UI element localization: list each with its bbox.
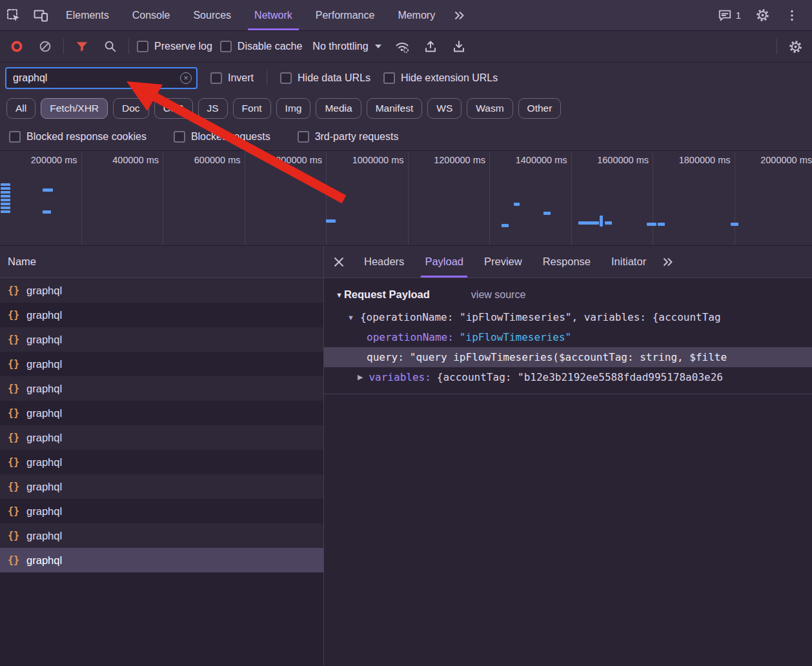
request-list: {}graphql{}graphql{}graphql{}graphql{}gr…: [0, 278, 323, 666]
network-settings-button[interactable]: [785, 36, 806, 57]
network-conditions-icon: [394, 39, 410, 54]
close-details-button[interactable]: [324, 246, 354, 278]
request-row[interactable]: {}graphql: [0, 303, 323, 327]
chip-wasm[interactable]: Wasm: [467, 98, 513, 119]
chip-js[interactable]: JS: [198, 98, 228, 119]
clear-network-log-button[interactable]: [35, 36, 56, 57]
xhr-type-icon: {}: [8, 285, 19, 296]
menu-button[interactable]: [778, 8, 806, 23]
inspect-icon: [6, 8, 21, 23]
request-row[interactable]: {}graphql: [0, 376, 323, 401]
network-overview-timeline[interactable]: 200000 ms400000 ms600000 ms800000 ms1000…: [0, 150, 812, 246]
third-party-requests-checkbox[interactable]: 3rd-party requests: [298, 131, 399, 143]
preserve-log-checkbox[interactable]: Preserve log: [137, 41, 212, 52]
expander-open-icon[interactable]: ▼: [347, 314, 354, 321]
tab-network[interactable]: Network: [243, 0, 304, 30]
device-toolbar-button[interactable]: [27, 0, 54, 30]
chip-doc[interactable]: Doc: [113, 98, 149, 119]
request-row[interactable]: {}graphql: [0, 499, 323, 523]
view-source-link[interactable]: view source: [471, 289, 525, 301]
request-payload-section[interactable]: ▼ Request Payload view source: [324, 286, 812, 307]
waterfall-bar: [731, 223, 738, 226]
more-detail-tabs-button[interactable]: [656, 256, 680, 268]
details-tab-response[interactable]: Response: [533, 246, 601, 278]
chip-font[interactable]: Font: [233, 98, 271, 119]
payload-root-row[interactable]: ▼ {operationName: "ipFlowTimeseries", va…: [324, 307, 812, 327]
request-row[interactable]: {}graphql: [0, 327, 323, 352]
waterfall-bar: [543, 212, 551, 215]
chip-css[interactable]: CSS: [154, 98, 193, 119]
checkbox-icon: [280, 72, 292, 84]
request-row[interactable]: {}graphql: [0, 548, 323, 572]
device-toolbar-icon: [33, 8, 48, 23]
clear-filter-icon[interactable]: ×: [180, 72, 192, 84]
payload-query-row-selected[interactable]: query: "query ipFlowTimeseries($accountT…: [324, 347, 812, 367]
waterfall-bar: [1, 183, 10, 186]
chip-fetch-xhr[interactable]: Fetch/XHR: [41, 98, 108, 119]
payload-operation-row[interactable]: operationName: "ipFlowTimeseries": [324, 327, 812, 347]
double-chevron-icon: [453, 9, 466, 22]
hide-extension-urls-checkbox[interactable]: Hide extension URLs: [383, 72, 498, 84]
name-column-header[interactable]: Name: [0, 246, 323, 278]
request-row[interactable]: {}graphql: [0, 523, 323, 548]
tab-sources[interactable]: Sources: [181, 0, 243, 30]
payload-variables-row[interactable]: ▶ variables: {accountTag: "b12e3b2192ee5…: [324, 367, 812, 387]
tab-elements[interactable]: Elements: [54, 0, 121, 30]
checkbox-icon: [298, 131, 309, 143]
details-tab-payload[interactable]: Payload: [414, 246, 474, 278]
filter-input-wrap: ×: [5, 67, 198, 89]
request-row[interactable]: {}graphql: [0, 425, 323, 450]
tab-memory[interactable]: Memory: [386, 0, 447, 30]
clear-icon: [38, 39, 52, 54]
blocked-response-cookies-checkbox[interactable]: Blocked response cookies: [9, 131, 147, 143]
request-row[interactable]: {}graphql: [0, 474, 323, 499]
chip-manifest[interactable]: Manifest: [367, 98, 423, 119]
invert-checkbox[interactable]: Invert: [210, 72, 254, 84]
more-panels-button[interactable]: [447, 0, 472, 30]
network-filter-input[interactable]: [6, 68, 196, 88]
hide-data-urls-checkbox[interactable]: Hide data URLs: [280, 72, 370, 84]
export-har-button[interactable]: [449, 36, 469, 57]
search-network-button[interactable]: [100, 36, 121, 57]
chip-media[interactable]: Media: [316, 98, 361, 119]
request-row[interactable]: {}graphql: [0, 401, 323, 425]
double-chevron-icon: [662, 256, 675, 268]
waterfall-bar: [658, 223, 665, 226]
expander-closed-icon[interactable]: ▶: [358, 373, 363, 381]
details-tab-bar: HeadersPayloadPreviewResponseInitiator: [324, 246, 812, 278]
section-expander-icon[interactable]: ▼: [336, 291, 343, 299]
blocked-requests-checkbox[interactable]: Blocked requests: [174, 131, 270, 143]
chip-ws[interactable]: WS: [427, 98, 462, 119]
network-conditions-button[interactable]: [392, 36, 412, 57]
record-network-log-button[interactable]: [6, 36, 27, 57]
details-tab-headers[interactable]: Headers: [354, 246, 414, 278]
settings-button[interactable]: [749, 8, 776, 23]
details-tab-preview[interactable]: Preview: [474, 246, 533, 278]
checkbox-icon: [210, 72, 222, 84]
throttling-select[interactable]: No throttling: [310, 41, 383, 52]
import-har-button[interactable]: [420, 36, 441, 57]
json-key: variables:: [369, 371, 431, 383]
network-toolbar: Preserve log Disable cache No throttling: [0, 31, 812, 63]
export-har-icon: [451, 39, 467, 54]
request-name: graphql: [26, 358, 62, 370]
network-main-area: Name {}graphql{}graphql{}graphql{}graphq…: [0, 246, 812, 666]
waterfall-bar: [502, 224, 509, 227]
issues-button[interactable]: 1: [713, 8, 746, 23]
chip-img[interactable]: Img: [276, 98, 311, 119]
xhr-type-icon: {}: [8, 358, 19, 370]
details-tab-initiator[interactable]: Initiator: [601, 246, 656, 278]
section-title: Request Payload: [344, 288, 430, 301]
tab-performance[interactable]: Performance: [304, 0, 387, 30]
filter-toggle-button[interactable]: [72, 36, 92, 57]
waterfall-bar: [514, 203, 520, 206]
request-row[interactable]: {}graphql: [0, 352, 323, 376]
request-row[interactable]: {}graphql: [0, 450, 323, 474]
chip-other[interactable]: Other: [518, 98, 562, 119]
request-row[interactable]: {}graphql: [0, 278, 323, 303]
chip-all[interactable]: All: [6, 98, 36, 119]
waterfall-bar: [578, 221, 599, 225]
tab-console[interactable]: Console: [121, 0, 182, 30]
inspect-element-button[interactable]: [0, 0, 27, 30]
disable-cache-checkbox[interactable]: Disable cache: [220, 41, 303, 52]
